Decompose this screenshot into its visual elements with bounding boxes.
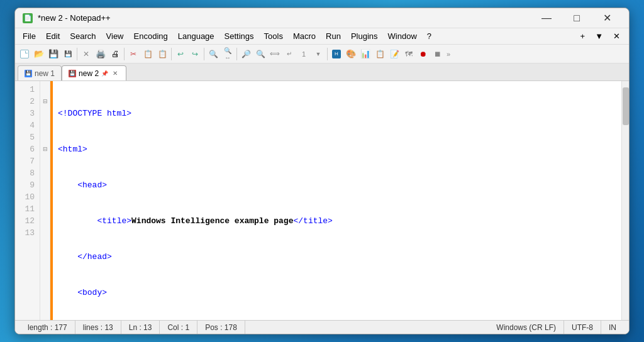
fold-3 <box>40 108 50 119</box>
tab-dropdown-button[interactable]: ▼ <box>591 30 607 42</box>
status-lines: lines : 13 <box>75 321 121 334</box>
close-all-button[interactable]: ✕ <box>609 30 624 42</box>
code-line-5: </head> <box>58 251 616 263</box>
editor-area: 1 2 3 4 5 6 7 8 9 10 11 12 13 ⊟ ⊟ <box>15 81 629 320</box>
tab-new1[interactable]: 💾 new 1 <box>18 65 62 80</box>
code-line-4: <title>Windows Intelligence example page… <box>58 215 616 227</box>
toolbar-close[interactable]: ✕ <box>79 47 93 61</box>
menu-window[interactable]: Window <box>383 30 422 42</box>
code-editor[interactable]: <!DOCTYPE html> <html> <head> <title>Win… <box>53 81 621 320</box>
new-tab-button[interactable]: + <box>577 30 589 42</box>
toolbar-function-list[interactable]: 📊 <box>358 47 372 61</box>
close-button[interactable]: ✕ <box>592 8 621 28</box>
tab-new1-label: new 1 <box>35 69 55 78</box>
status-length: length : 177 <box>20 321 75 334</box>
menu-encoding[interactable]: Encoding <box>129 30 173 42</box>
toolbar-overflow[interactable]: » <box>445 50 452 58</box>
vertical-scrollbar[interactable] <box>621 81 629 320</box>
tab-new2-icon: 💾 <box>69 70 76 77</box>
toolbar-copy[interactable]: 📋 <box>141 47 155 61</box>
fold-10 <box>40 191 50 203</box>
tab-bar: 💾 new 1 💾 new 2 📌 ✕ <box>15 63 629 81</box>
toolbar-snippets[interactable]: 📝 <box>387 47 401 61</box>
toolbar-sync-scroll[interactable]: ⟺ <box>268 47 282 61</box>
status-pos: Pos : 178 <box>197 321 245 334</box>
menu-plugins[interactable]: Plugins <box>346 30 383 42</box>
fold-11 <box>40 203 50 215</box>
code-line-2: <html> <box>58 143 616 155</box>
toolbar-indent-dropdown[interactable]: ▼ <box>311 47 325 61</box>
status-ln: Ln : 13 <box>121 321 160 334</box>
toolbar-undo[interactable]: ↩ <box>174 47 187 61</box>
fold-4 <box>40 119 50 131</box>
toolbar-print[interactable]: 🖨️ <box>94 47 108 61</box>
status-mode: IN <box>601 321 624 334</box>
fold-13 <box>40 227 50 239</box>
menu-tools[interactable]: Tools <box>259 30 288 42</box>
status-col: Col : 1 <box>160 321 197 334</box>
fold-6[interactable]: ⊟ <box>40 143 50 155</box>
menu-extra-controls: + ▼ ✕ <box>574 30 626 42</box>
toolbar-rec-stop[interactable]: ⏹ <box>431 47 445 61</box>
status-encoding: UTF-8 <box>564 321 601 334</box>
title-bar: 📄 *new 2 - Notepad++ — □ ✕ <box>15 8 629 28</box>
tab-pin-icon: 📌 <box>101 70 108 77</box>
status-eol: Windows (CR LF) <box>489 321 564 334</box>
fold-9 <box>40 179 50 191</box>
main-window: 📄 *new 2 - Notepad++ — □ ✕ File Edit Sea… <box>14 8 630 334</box>
toolbar-open[interactable]: 📂 <box>32 47 46 61</box>
menu-bar: File Edit Search View Encoding Language … <box>15 28 629 45</box>
toolbar-indent[interactable]: 1 <box>297 47 311 61</box>
code-line-6: <body> <box>58 287 616 299</box>
tab-new2[interactable]: 💾 new 2 📌 ✕ <box>62 65 126 80</box>
minimize-button[interactable]: — <box>532 8 561 28</box>
menu-settings[interactable]: Settings <box>219 30 259 42</box>
fold-12 <box>40 215 50 227</box>
code-line-1: <!DOCTYPE html> <box>58 108 616 119</box>
toolbar-word-wrap[interactable]: ↵ <box>282 47 296 61</box>
toolbar-new[interactable] <box>18 47 31 61</box>
scrollbar-thumb[interactable] <box>623 87 629 125</box>
menu-run[interactable]: Run <box>321 30 346 42</box>
toolbar-zoom-out[interactable]: 🔍 <box>253 47 267 61</box>
toolbar-print-now[interactable]: 🖨 <box>108 47 122 61</box>
toolbar-save[interactable]: 💾 <box>47 47 60 61</box>
toolbar: 📂 💾 💾 ✕ 🖨️ 🖨 ✂ 📋 📋 ↩ ↪ 🔍 🔍↔ 🔎 🔍 ⟺ ↵ 1 ▼ … <box>15 45 629 63</box>
tab-new2-label: new 2 <box>79 69 99 78</box>
toolbar-cut[interactable]: ✂ <box>126 47 140 61</box>
fold-1 <box>40 84 50 96</box>
menu-file[interactable]: File <box>18 30 41 42</box>
toolbar-zoom-in[interactable]: 🔎 <box>239 47 253 61</box>
menu-macro[interactable]: Macro <box>288 30 321 42</box>
maximize-button[interactable]: □ <box>562 8 591 28</box>
window-title: *new 2 - Notepad++ <box>38 13 532 23</box>
app-icon: 📄 <box>23 13 33 23</box>
menu-edit[interactable]: Edit <box>41 30 65 42</box>
menu-view[interactable]: View <box>101 30 129 42</box>
line-numbers: 1 2 3 4 5 6 7 8 9 10 11 12 13 <box>15 81 40 320</box>
toolbar-save-all[interactable]: 💾 <box>61 47 75 61</box>
toolbar-rec-start[interactable]: ⏺ <box>416 47 430 61</box>
toolbar-paste[interactable]: 📋 <box>155 47 169 61</box>
fold-2[interactable]: ⊟ <box>40 96 50 108</box>
fold-5 <box>40 131 50 143</box>
toolbar-find[interactable]: 🔍 <box>206 47 220 61</box>
window-controls: — □ ✕ <box>532 8 621 28</box>
menu-help[interactable]: ? <box>422 30 436 42</box>
toolbar-redo[interactable]: ↪ <box>188 47 202 61</box>
status-bar: length : 177 lines : 13 Ln : 13 Col : 1 … <box>15 320 629 334</box>
fold-8 <box>40 167 50 179</box>
toolbar-clipboard[interactable]: 📋 <box>373 47 387 61</box>
menu-language[interactable]: Language <box>173 30 219 42</box>
toolbar-find-replace[interactable]: 🔍↔ <box>221 47 235 61</box>
code-line-3: <head> <box>58 179 616 191</box>
fold-gutter: ⊟ ⊟ <box>40 81 50 320</box>
tab-new1-icon: 💾 <box>25 70 32 77</box>
fold-7 <box>40 155 50 167</box>
toolbar-lang-highlight[interactable]: H <box>330 47 343 61</box>
toolbar-macro-record[interactable]: 🎨 <box>344 47 358 61</box>
toolbar-doc-map[interactable]: 🗺 <box>402 47 416 61</box>
menu-search[interactable]: Search <box>65 30 101 42</box>
tab-close-button[interactable]: ✕ <box>111 69 119 78</box>
